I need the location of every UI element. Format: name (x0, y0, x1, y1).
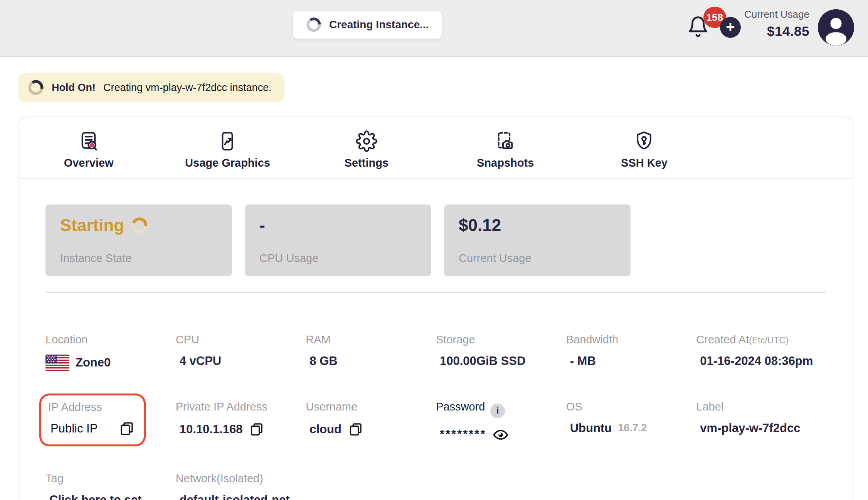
private-ip-value: 10.10.1.168 (180, 423, 243, 436)
cpu-value: 4 vCPU (180, 355, 222, 368)
ip-address-value: Public IP (50, 422, 98, 435)
copy-private-ip-button[interactable] (249, 422, 264, 437)
snapshot-camera-icon (495, 130, 516, 152)
ip-address-highlight-box: IP Address Public IP (39, 394, 146, 446)
gear-icon (356, 130, 377, 152)
hold-on-banner: Hold On! Creating vm-play-w-7f2dcc insta… (19, 73, 284, 102)
detail-label: Label vm-play-w-7f2dcc (696, 400, 826, 443)
copy-ip-button[interactable] (118, 421, 135, 437)
spinner-icon (306, 17, 321, 32)
detail-ram: RAM 8 GB (306, 333, 436, 371)
eye-icon (493, 427, 509, 443)
tab-label: Usage Graphics (185, 157, 270, 169)
tab-bar-spacer (714, 117, 853, 178)
detail-ip-address: IP Address Public IP (45, 400, 176, 443)
instance-details-grid: Location Zone0 (45, 333, 826, 500)
tab-label: Overview (64, 157, 114, 169)
usage-graph-icon (217, 130, 238, 152)
username-value: cloud (310, 423, 341, 436)
detail-cpu: CPU 4 vCPU (176, 333, 306, 371)
current-usage-summary: Current Usage $14.85 (738, 8, 809, 39)
tab-snapshots[interactable]: Snapshots (436, 117, 575, 178)
detail-tag: Tag Click here to set (45, 472, 176, 500)
plus-icon: + (726, 19, 735, 34)
storage-value: 100.00GiB SSD (440, 355, 525, 368)
detail-location: Location Zone0 (45, 333, 176, 371)
show-password-button[interactable] (493, 427, 509, 443)
spinner-icon (28, 79, 44, 96)
creating-instance-pill: Creating Instance... (293, 11, 442, 39)
top-bar: Creating Instance... 158 + Current Usage… (0, 0, 868, 57)
overview-document-icon (78, 130, 99, 152)
notifications-button[interactable]: 158 (687, 15, 710, 42)
vm-overview-page: Creating Instance... 158 + Current Usage… (0, 0, 868, 500)
us-flag-icon (45, 355, 69, 371)
timezone-label: (Etc/UTC) (749, 335, 788, 345)
banner-title: Hold On! (52, 82, 96, 94)
user-avatar[interactable] (818, 9, 854, 46)
detail-network: Network(Isolated) default-isolated-net..… (176, 472, 306, 500)
instance-card: Overview Usage Graphics Settings (19, 117, 853, 500)
detail-username: Username cloud (306, 400, 436, 443)
vm-label-value: vm-play-w-7f2dcc (700, 422, 800, 435)
detail-storage: Storage 100.00GiB SSD (436, 333, 566, 371)
current-usage-box: $0.12 Current Usage (444, 204, 631, 276)
password-info-icon[interactable]: i (490, 404, 505, 418)
detail-private-ip: Private IP Address 10.10.1.168 (176, 400, 306, 443)
copy-username-button[interactable] (348, 422, 363, 437)
usage-value: $14.85 (738, 24, 809, 39)
tab-label: SSH Key (621, 157, 668, 169)
tab-usage-graphics[interactable]: Usage Graphics (158, 117, 297, 178)
copy-icon (118, 421, 135, 437)
bandwidth-value: - MB (570, 355, 596, 368)
spinner-icon (131, 217, 148, 234)
tab-overview[interactable]: Overview (19, 117, 158, 178)
tab-label: Snapshots (477, 157, 534, 169)
detail-bandwidth: Bandwidth - MB (566, 333, 696, 371)
os-version: 16.7.2 (618, 422, 647, 434)
shield-key-icon (633, 130, 655, 152)
status-pill-label: Creating Instance... (329, 19, 429, 31)
location-value: Zone0 (76, 356, 111, 369)
cpu-usage-value: - (259, 217, 265, 234)
instance-state-value: Starting (60, 217, 124, 234)
current-usage-label: Current Usage (459, 252, 616, 265)
tab-label: Settings (345, 157, 389, 169)
detail-password: Passwordi ******** (436, 400, 566, 443)
current-usage-value: $0.12 (459, 217, 501, 234)
banner-message: Creating vm-play-w-7f2dcc instance. (103, 82, 272, 94)
person-icon (818, 9, 854, 46)
copy-icon (249, 422, 264, 437)
set-tag-link[interactable]: Click here to set (49, 493, 141, 500)
tab-ssh-key[interactable]: SSH Key (575, 117, 713, 178)
usage-label: Current Usage (738, 8, 809, 20)
cpu-usage-box: - CPU Usage (245, 204, 431, 276)
network-value: default-isolated-net... (180, 493, 300, 500)
stat-boxes: Starting Instance State - CPU Usage $0.1… (45, 204, 853, 276)
tab-bar: Overview Usage Graphics Settings (19, 117, 853, 179)
detail-created-at: Created At(Etc/UTC) 01-16-2024 08:36pm (696, 333, 826, 371)
cpu-usage-label: CPU Usage (259, 252, 417, 265)
created-at-value: 01-16-2024 08:36pm (700, 355, 813, 368)
detail-os: OS Ubuntu 16.7.2 (566, 400, 696, 443)
instance-state-box: Starting Instance State (45, 204, 232, 276)
os-value: Ubuntu (570, 422, 612, 435)
section-divider (45, 292, 826, 293)
copy-icon (348, 422, 363, 437)
instance-state-label: Instance State (60, 252, 217, 265)
tab-settings[interactable]: Settings (297, 117, 436, 178)
ram-value: 8 GB (310, 355, 337, 368)
password-value: ******** (440, 428, 486, 441)
